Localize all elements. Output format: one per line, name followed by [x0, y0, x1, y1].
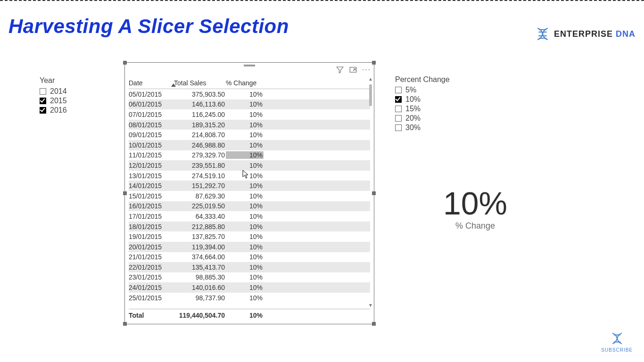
cell-sales: 375,903.50 [174, 90, 226, 98]
table-row[interactable]: 21/01/2015374,664.0010% [129, 252, 370, 263]
scroll-thumb[interactable] [369, 84, 372, 106]
column-date[interactable]: Date [129, 79, 174, 87]
year-option[interactable]: 2016 [40, 106, 101, 115]
year-option[interactable]: 2014 [40, 87, 101, 96]
column-total-sales[interactable]: Total Sales [174, 79, 226, 87]
table-row[interactable]: 14/01/2015151,292.7010% [129, 181, 370, 191]
brand-name: ENTERPRISE [554, 29, 613, 39]
table-row[interactable]: 19/01/2015137,825.7010% [129, 231, 370, 242]
cell-date: 05/01/2015 [129, 90, 174, 98]
percent-option[interactable]: 30% [395, 123, 475, 132]
cell-sales: 140,016.60 [174, 284, 226, 291]
cell-date: 22/01/2015 [129, 263, 174, 271]
dna-icon [535, 26, 550, 41]
percent-label: 15% [405, 105, 421, 113]
cell-sales: 151,292.70 [174, 182, 226, 189]
subscribe-badge[interactable]: SUBSCRIBE [601, 331, 633, 353]
cell-sales: 135,413.70 [174, 263, 226, 271]
percent-label: 30% [405, 123, 421, 132]
table-row[interactable]: 08/01/2015189,315.2010% [129, 120, 370, 130]
cell-sales: 87,629.30 [174, 192, 226, 200]
table-row[interactable]: 06/01/2015146,113.6010% [129, 99, 370, 110]
cell-sales: 374,664.00 [174, 253, 226, 261]
cell-pct: 10% [226, 263, 264, 271]
table-row[interactable]: 07/01/2015116,245.0010% [129, 109, 370, 120]
cell-pct: 10% [226, 100, 264, 108]
cell-date: 15/01/2015 [129, 192, 174, 200]
year-label: 2015 [50, 97, 67, 105]
table-row[interactable]: 11/01/2015279,329.7010% [129, 150, 370, 161]
cell-pct: 10% [226, 121, 264, 129]
table-header[interactable]: Date Total Sales % Change [129, 77, 370, 89]
cell-pct: 10% [226, 223, 264, 230]
scroll-down-icon[interactable]: ▼ [368, 303, 373, 308]
table-visual[interactable]: ··· Date Total Sales % Change 05/01/2015… [124, 62, 374, 324]
percent-option[interactable]: 15% [395, 104, 475, 114]
checkbox-icon[interactable] [395, 106, 402, 112]
year-label: 2016 [50, 106, 67, 115]
drag-handle[interactable] [244, 65, 255, 66]
table-row[interactable]: 15/01/201587,629.3010% [129, 191, 370, 201]
year-slicer-title: Year [40, 76, 101, 85]
total-sales: 119,440,504.70 [174, 312, 226, 319]
card-value: 10% [395, 187, 555, 219]
cell-date: 06/01/2015 [129, 100, 174, 108]
cell-sales: 116,245.00 [174, 111, 226, 118]
table-row[interactable]: 05/01/2015375,903.5010% [129, 89, 370, 99]
cell-pct: 10% [226, 131, 264, 139]
cell-pct: 10% [226, 192, 264, 200]
table-row[interactable]: 17/01/201564,333.4010% [129, 211, 370, 222]
percent-label: 5% [405, 86, 416, 94]
cell-pct: 10% [226, 284, 264, 291]
cell-pct: 10% [226, 182, 264, 189]
percent-option[interactable]: 5% [395, 85, 475, 95]
table-body[interactable]: 05/01/2015375,903.5010%06/01/2015146,113… [129, 89, 370, 309]
checkbox-icon[interactable] [395, 96, 402, 103]
table-row[interactable]: 13/01/2015274,519.1010% [129, 171, 370, 181]
checkbox-icon[interactable] [40, 107, 46, 114]
cell-sales: 98,737.90 [174, 294, 226, 302]
table-row[interactable]: 18/01/2015212,885.8010% [129, 222, 370, 232]
cell-date: 18/01/2015 [129, 223, 174, 230]
column-pct-change[interactable]: % Change [226, 79, 264, 87]
checkbox-icon[interactable] [395, 87, 402, 93]
focus-mode-icon[interactable] [349, 66, 357, 74]
cell-date: 10/01/2015 [129, 141, 174, 149]
table-row[interactable]: 23/01/201598,885.3010% [129, 272, 370, 283]
table-row[interactable]: 25/01/201598,737.9010% [129, 293, 370, 303]
table-row[interactable]: 20/01/2015119,394.0010% [129, 242, 370, 252]
cell-date: 14/01/2015 [129, 182, 174, 189]
cell-sales: 119,394.00 [174, 243, 226, 251]
checkbox-icon[interactable] [40, 88, 46, 95]
table-row[interactable]: 12/01/2015239,551.8010% [129, 160, 370, 171]
table-row[interactable]: 24/01/2015140,016.6010% [129, 282, 370, 293]
card-label: % Change [395, 221, 555, 231]
scroll-up-icon[interactable]: ▲ [368, 77, 373, 82]
cell-sales: 225,019.50 [174, 202, 226, 210]
table-row[interactable]: 16/01/2015225,019.5010% [129, 201, 370, 212]
cell-pct: 10% [226, 151, 264, 159]
cell-date: 20/01/2015 [129, 243, 174, 251]
table-row[interactable]: 10/01/2015246,988.8010% [129, 140, 370, 150]
brand-suffix: DNA [616, 29, 636, 39]
percent-option[interactable]: 20% [395, 114, 475, 123]
table-row[interactable]: 22/01/2015135,413.7010% [129, 262, 370, 272]
year-option[interactable]: 2015 [40, 96, 101, 106]
checkbox-icon[interactable] [40, 98, 46, 104]
filter-icon[interactable] [336, 66, 344, 74]
cell-sales: 214,808.70 [174, 131, 226, 139]
table-row[interactable]: 09/01/2015214,808.7010% [129, 130, 370, 140]
cell-date: 12/01/2015 [129, 162, 174, 169]
more-options-icon[interactable]: ··· [362, 66, 371, 73]
brand-logo: ENTERPRISE DNA [535, 26, 636, 41]
cell-date: 16/01/2015 [129, 202, 174, 210]
cell-sales: 274,519.10 [174, 172, 226, 180]
percent-label: 20% [405, 114, 421, 123]
cell-date: 19/01/2015 [129, 233, 174, 240]
checkbox-icon[interactable] [395, 124, 402, 131]
checkbox-icon[interactable] [395, 115, 402, 122]
percent-option[interactable]: 10% [395, 95, 475, 104]
table-scrollbar[interactable]: ▲ ▼ [368, 77, 373, 308]
cell-sales: 239,551.80 [174, 162, 226, 169]
cell-sales: 64,333.40 [174, 213, 226, 220]
